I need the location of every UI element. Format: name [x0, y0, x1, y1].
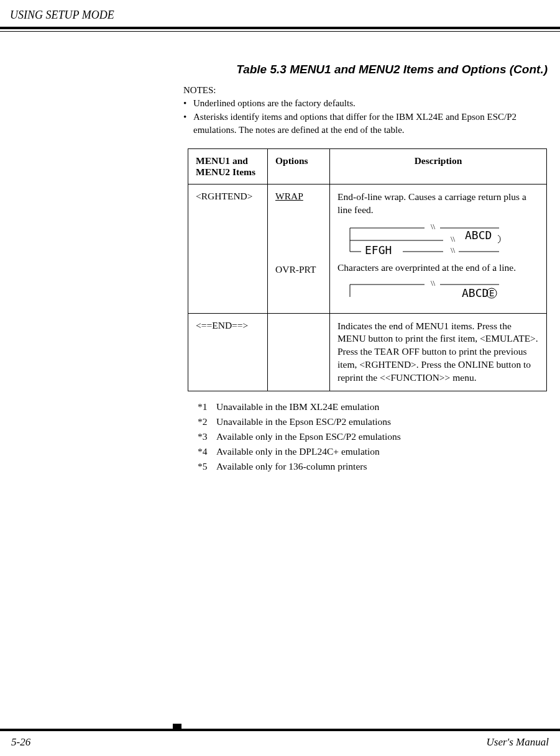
diagram-text-abcd-ovr: ABCD	[462, 286, 489, 299]
table-header-description: Description	[330, 148, 547, 184]
table-header-options: Options	[268, 148, 330, 184]
cell-item: <RGHTEND>	[188, 184, 268, 313]
notes-list: Underlined options are the factory defau…	[183, 97, 549, 136]
diagram-text-abcd: ABCD	[465, 229, 492, 242]
table-header-items: MENU1 and MENU2 Items	[188, 148, 268, 184]
svg-text:\\: \\	[451, 245, 456, 255]
option-ovrprt: OVR-PRT	[275, 264, 322, 275]
cell-options-empty	[268, 313, 330, 391]
page-footer: 5-26 User's Manual	[0, 736, 560, 749]
cell-description: End-of-line wrap. Causes a carriage retu…	[330, 184, 547, 313]
footnote: *3Available only in the Epson ESC/P2 emu…	[198, 431, 549, 442]
notes-label: NOTES:	[183, 85, 549, 96]
wrap-diagram: \\ \\ ABCD EFGH \\	[344, 222, 539, 259]
desc-end: Indicates the end of MENU1 items. Press …	[337, 320, 539, 385]
options-table: MENU1 and MENU2 Items Options Descriptio…	[188, 148, 547, 391]
desc-wrap: End-of-line wrap. Causes a carriage retu…	[337, 191, 539, 217]
svg-text:\\: \\	[431, 280, 436, 288]
header-rule-thin	[0, 31, 560, 32]
desc-ovrprt: Characters are overprinted at the end of…	[337, 262, 539, 275]
svg-text:\\: \\	[451, 234, 456, 244]
notes-item: Underlined options are the factory defau…	[183, 97, 549, 109]
page-content: Table 5.3 MENU1 and MENU2 Items and Opti…	[0, 63, 560, 472]
cell-options: WRAP OVR-PRT	[268, 184, 330, 313]
footnote: *5Available only for 136-column printers	[198, 461, 549, 472]
footnotes: *1Unavailable in the IBM XL24E emulation…	[198, 401, 549, 472]
notes-block: NOTES: Underlined options are the factor…	[183, 85, 549, 136]
footer-thumb-marker	[173, 724, 181, 729]
cell-description: Indicates the end of MENU1 items. Press …	[330, 313, 547, 391]
footnote: *1Unavailable in the IBM XL24E emulation	[198, 401, 549, 412]
page-number: 5-26	[11, 736, 30, 749]
table-title: Table 5.3 MENU1 and MENU2 Items and Opti…	[0, 63, 549, 76]
diagram-text-efgh: EFGH	[365, 244, 392, 257]
notes-item: Asterisks identify items and options tha…	[183, 111, 549, 136]
diagram-text-overchar: E	[489, 288, 494, 298]
svg-text:\\: \\	[431, 222, 436, 231]
ovrprt-diagram: \\ ABCD E	[344, 280, 539, 304]
option-wrap: WRAP	[275, 191, 322, 202]
footnote: *4Available only in the DPL24C+ emulatio…	[198, 446, 549, 457]
cell-item: <==END==>	[188, 313, 268, 391]
table-row: <==END==> Indicates the end of MENU1 ite…	[188, 313, 547, 391]
header-rule-thick	[0, 27, 560, 29]
footnote: *2Unavailable in the Epson ESC/P2 emulat…	[198, 416, 549, 427]
footer-rule	[0, 729, 560, 731]
running-header: USING SETUP MODE	[0, 0, 560, 22]
manual-label: User's Manual	[487, 736, 549, 749]
table-row: <RGHTEND> WRAP OVR-PRT End-of-line wrap.…	[188, 184, 547, 313]
